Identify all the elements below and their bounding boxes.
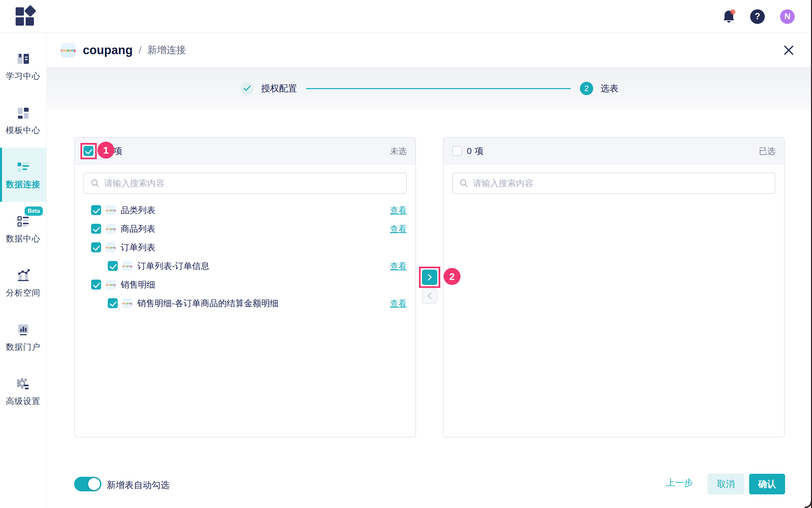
breadcrumb-separator: /: [139, 45, 141, 56]
sidebar-item-label: 分析空间: [6, 287, 41, 298]
coupang-table-icon: coupang: [122, 261, 132, 271]
row-checkbox[interactable]: [91, 280, 101, 290]
available-panel-header: 6 项 未选 1: [75, 138, 415, 165]
page-title: coupang: [83, 43, 133, 57]
row-checkbox[interactable]: [108, 298, 118, 308]
auto-check-toggle[interactable]: [74, 477, 101, 492]
table-row[interactable]: coupang品类列表查看: [75, 201, 415, 219]
notification-bell-icon[interactable]: [723, 10, 735, 23]
table-row[interactable]: coupang订单列表: [75, 238, 415, 257]
selected-table-list: [443, 201, 784, 437]
selected-panel-header: 0 项 已选: [443, 138, 784, 165]
sidebar-item-learning-center[interactable]: 学习中心: [0, 39, 46, 93]
step-label: 授权配置: [261, 82, 297, 94]
step-select-tables: 2 选表: [580, 82, 618, 95]
sidebar-item-label: 数据中心: [6, 233, 41, 244]
row-checkbox[interactable]: [108, 261, 118, 271]
available-status-label: 未选: [390, 145, 407, 157]
sidebar-item-label: 数据门户: [6, 341, 41, 352]
table-name: 订单列表: [121, 242, 155, 253]
app-page: ? N 学习中心模板中心数据连接Beta数据中心分析空间数据门户高级设置 cou…: [0, 0, 812, 508]
learning-center-icon: [16, 51, 31, 67]
step-label: 选表: [601, 82, 618, 94]
table-name: 商品列表: [121, 223, 155, 235]
notification-dot: [730, 9, 735, 15]
search-input[interactable]: [104, 178, 399, 188]
template-center-icon: [16, 105, 31, 121]
selected-count-unit: 项: [474, 145, 483, 157]
move-left-button[interactable]: [422, 288, 437, 303]
available-search: [83, 173, 407, 194]
topbar-actions: ? N: [723, 0, 795, 33]
sidebar-item-label: 学习中心: [6, 71, 41, 81]
selected-count-number: 0: [467, 146, 471, 156]
step-connector-line: [306, 88, 570, 89]
coupang-table-icon: coupang: [106, 242, 116, 252]
logo-square: [16, 7, 24, 16]
select-all-checkbox[interactable]: [83, 146, 93, 156]
available-tables-panel: 6 项 未选 1 coupang品类列表查看coupang商品列表查看coupa…: [74, 137, 416, 437]
coupang-wordmark: coupang: [61, 48, 76, 52]
row-checkbox[interactable]: [91, 242, 101, 252]
coupang-table-icon: coupang: [106, 205, 116, 215]
help-glyph: ?: [755, 11, 761, 22]
available-table-list: coupang品类列表查看coupang商品列表查看coupang订单列表cou…: [75, 201, 415, 437]
advanced-settings-icon: [16, 376, 31, 392]
table-name: 销售明细: [121, 279, 155, 291]
table-row[interactable]: coupang销售明细-各订单商品的结算金额明细查看: [75, 294, 415, 312]
table-row[interactable]: coupang订单列表-订单信息查看: [75, 257, 415, 275]
help-icon[interactable]: ?: [750, 9, 765, 24]
view-link[interactable]: 查看: [390, 261, 407, 271]
available-count-number: 6: [98, 146, 103, 156]
sidebar-item-label: 模板中心: [6, 125, 41, 136]
table-row[interactable]: coupang商品列表查看: [75, 219, 415, 238]
view-link[interactable]: 查看: [390, 205, 407, 216]
close-icon[interactable]: [783, 45, 795, 56]
auto-check-toggle-label: 新增表自动勾选: [107, 479, 170, 491]
coupang-table-icon: coupang: [106, 224, 116, 234]
selected-tables-panel: 0 项 已选: [443, 137, 785, 437]
view-link[interactable]: 查看: [390, 223, 407, 235]
view-link[interactable]: 查看: [390, 298, 407, 309]
step-done-check-icon: [241, 82, 254, 95]
sidebar-item-data-center[interactable]: Beta数据中心: [0, 202, 46, 256]
chevron-left-icon: [426, 292, 433, 300]
data-connection-icon: [16, 160, 31, 175]
topbar-divider: [38, 12, 38, 22]
chevron-right-icon: [426, 273, 433, 281]
step-number-badge: 2: [580, 82, 593, 95]
previous-step-button[interactable]: 上一步: [666, 477, 693, 489]
topbar: ? N: [0, 0, 812, 33]
select-all-checkbox[interactable]: [452, 146, 462, 156]
row-checkbox[interactable]: [91, 224, 101, 234]
modal-header: coupang coupang / 新增连接: [47, 33, 812, 67]
coupang-table-icon: coupang: [122, 298, 132, 308]
step-authorization: 授权配置: [241, 82, 297, 95]
sidebar-item-data-portal[interactable]: 数据门户: [0, 310, 46, 365]
available-count-unit: 项: [114, 145, 122, 157]
search-input[interactable]: [473, 178, 768, 188]
table-name: 品类列表: [121, 205, 155, 216]
selected-search: [452, 173, 775, 194]
row-checkbox[interactable]: [91, 205, 101, 215]
confirm-button[interactable]: 确认: [749, 474, 785, 494]
cancel-button[interactable]: 取消: [708, 474, 744, 494]
data-portal-icon: [16, 322, 31, 337]
sidebar-item-template-center[interactable]: 模板中心: [0, 93, 46, 147]
search-icon: [460, 179, 468, 187]
logo-square: [26, 17, 34, 26]
sidebar-item-analysis-space[interactable]: 分析空间: [0, 256, 46, 310]
sidebar: 学习中心模板中心数据连接Beta数据中心分析空间数据门户高级设置: [0, 33, 47, 508]
table-row[interactable]: coupang销售明细: [75, 275, 415, 294]
app-logo-icon[interactable]: [16, 7, 36, 26]
sidebar-item-data-connection[interactable]: 数据连接: [0, 147, 46, 202]
new-connection-modal: coupang coupang / 新增连接 授权配置 2: [47, 33, 812, 508]
sidebar-item-advanced-settings[interactable]: 高级设置: [0, 365, 46, 419]
sidebar-item-label: 高级设置: [6, 396, 41, 407]
data-center-icon: [16, 214, 31, 229]
toggle-knob: [88, 478, 100, 490]
move-right-button[interactable]: [422, 270, 437, 285]
logo-diamond: [24, 5, 37, 17]
sidebar-item-label: 数据连接: [6, 179, 41, 190]
avatar[interactable]: N: [780, 9, 795, 24]
